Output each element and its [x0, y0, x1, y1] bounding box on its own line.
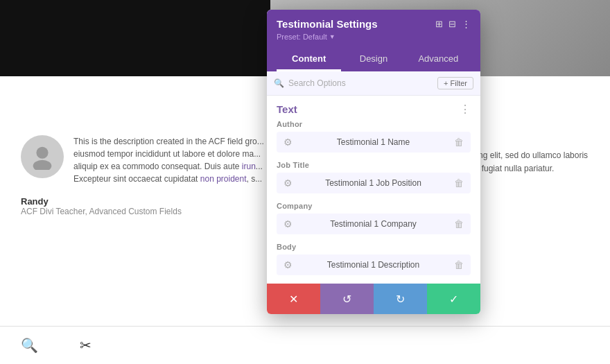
search-bar: 🔍 Search Options + Filter: [267, 71, 480, 96]
author-field-row: ⚙ Testimonial 1 Name 🗑: [277, 132, 471, 153]
company-delete-icon[interactable]: 🗑: [454, 218, 464, 229]
author-delete-icon[interactable]: 🗑: [454, 137, 464, 148]
author-field-group: Author ⚙ Testimonial 1 Name 🗑: [267, 120, 480, 161]
cancel-icon: ✕: [289, 293, 298, 306]
redo-button[interactable]: ↻: [374, 284, 427, 314]
preset-arrow-icon: ▼: [329, 33, 336, 40]
body-delete-icon[interactable]: 🗑: [454, 259, 464, 270]
search-icon: 🔍: [274, 78, 284, 88]
section-title: Text: [277, 103, 297, 115]
text-section-header: Text ⋮: [267, 96, 480, 120]
body-gear-icon[interactable]: ⚙: [284, 259, 293, 270]
tools-icon[interactable]: ✂: [80, 337, 92, 354]
panel-header: Testimonial Settings ⊞ ⊟ ⋮ Preset: Defau…: [267, 10, 480, 71]
tab-content[interactable]: Content: [277, 48, 341, 71]
jobtitle-field-group: Job Title ⚙ Testimonial 1 Job Position 🗑: [267, 161, 480, 202]
more-icon[interactable]: ⋮: [462, 19, 471, 29]
testimonial-description: This is the description created in the A…: [73, 135, 264, 185]
jobtitle-label: Job Title: [277, 161, 471, 169]
panel-body: Text ⋮ Author ⚙ Testimonial 1 Name 🗑 Job…: [267, 96, 480, 284]
author-label: Author: [277, 120, 471, 128]
svg-point-0: [36, 147, 48, 159]
undo-button[interactable]: ↺: [320, 284, 374, 314]
redo-icon: ↻: [396, 293, 405, 306]
jobtitle-field-row: ⚙ Testimonial 1 Job Position 🗑: [277, 173, 471, 193]
cancel-button[interactable]: ✕: [267, 284, 320, 314]
body-value: Testimonial 1 Description: [298, 260, 448, 270]
company-field-group: Company ⚙ Testimonial 1 Company 🗑: [267, 202, 480, 243]
bottom-toolbar: 🔍 ✂: [0, 326, 610, 364]
section-more-icon[interactable]: ⋮: [460, 103, 471, 116]
undo-icon: ↺: [342, 293, 351, 306]
tab-design[interactable]: Design: [341, 48, 406, 71]
company-gear-icon[interactable]: ⚙: [284, 218, 293, 229]
jobtitle-delete-icon[interactable]: 🗑: [454, 177, 464, 189]
expand-icon[interactable]: ⊞: [435, 19, 443, 29]
save-icon: ✓: [449, 293, 458, 306]
panel-tabs: Content Design Advanced: [277, 48, 471, 71]
save-button[interactable]: ✓: [427, 284, 480, 314]
jobtitle-value: Testimonial 1 Job Position: [298, 178, 448, 188]
company-field-row: ⚙ Testimonial 1 Company 🗑: [277, 214, 471, 234]
settings-panel: Testimonial Settings ⊞ ⊟ ⋮ Preset: Defau…: [267, 10, 480, 314]
author-name: Randy: [21, 196, 267, 207]
svg-point-1: [33, 160, 52, 170]
filter-button[interactable]: + Filter: [437, 77, 473, 89]
panel-footer: ✕ ↺ ↻ ✓: [267, 284, 480, 314]
search-placeholder: Search Options: [288, 78, 346, 88]
company-value: Testimonial 1 Company: [298, 219, 448, 229]
body-field-group: Body ⚙ Testimonial 1 Description 🗑: [267, 243, 480, 284]
company-label: Company: [277, 202, 471, 210]
dark-header-bar: [0, 0, 270, 76]
columns-icon[interactable]: ⊟: [448, 19, 456, 29]
search-icon[interactable]: 🔍: [21, 337, 38, 354]
tab-advanced[interactable]: Advanced: [406, 48, 471, 71]
author-value: Testimonial 1 Name: [298, 137, 448, 147]
preset-selector[interactable]: Preset: Default ▼: [277, 33, 471, 41]
panel-title: Testimonial Settings: [277, 18, 378, 30]
body-field-row: ⚙ Testimonial 1 Description 🗑: [277, 254, 471, 275]
body-label: Body: [277, 243, 471, 251]
jobtitle-gear-icon[interactable]: ⚙: [284, 177, 293, 189]
testimonial-card: This is the description created in the A…: [21, 135, 267, 216]
author-role: ACF Divi Teacher, Advanced Custom Fields: [21, 207, 267, 216]
author-gear-icon[interactable]: ⚙: [284, 137, 293, 148]
panel-header-icons: ⊞ ⊟ ⋮: [435, 19, 471, 29]
avatar: [21, 135, 64, 178]
